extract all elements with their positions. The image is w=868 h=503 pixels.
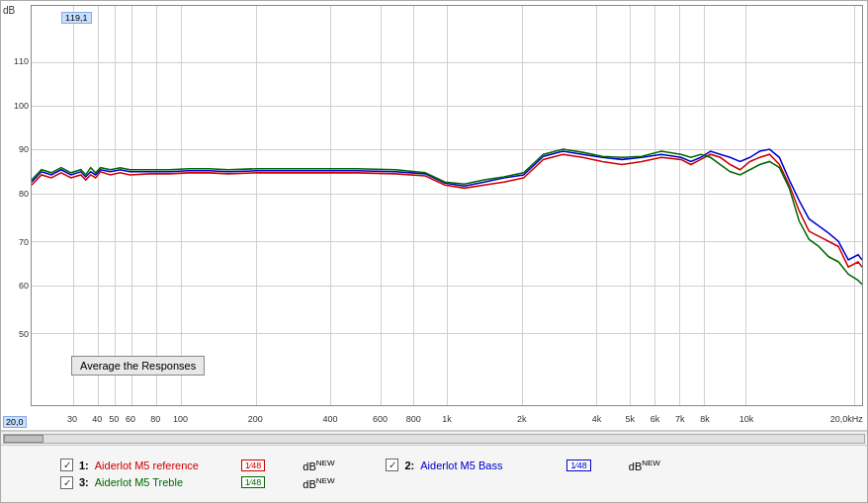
x-label-10k: 10k	[739, 414, 754, 424]
x-label-400: 400	[323, 414, 338, 424]
main-container: dB 110 100 90 80 70 60 50 119,1	[0, 0, 868, 503]
y-label-110: 110	[14, 56, 29, 66]
x-start-label: 20,0	[3, 416, 27, 428]
legend-checkbox-2[interactable]	[386, 459, 398, 471]
legend-row-1: 1: Aiderlot M5 reference 1⁄48 dBNEW 2: A…	[60, 459, 808, 472]
legend-text-2: Aiderlot M5 Bass	[420, 460, 559, 471]
legend-tag-2: 1⁄48	[566, 460, 591, 471]
chart-area: dB 110 100 90 80 70 60 50 119,1	[1, 1, 867, 431]
legend-text-3: Aiderlot M5 Treble	[95, 476, 233, 488]
y-axis: 110 100 90 80 70 60 50	[1, 5, 31, 406]
x-label-8k: 8k	[700, 414, 710, 424]
y-label-60: 60	[19, 281, 29, 291]
legend-area: 1: Aiderlot M5 reference 1⁄48 dBNEW 2: A…	[1, 445, 867, 502]
legend-db-2: dBNEW	[629, 459, 660, 472]
legend-num-2: 2:	[404, 460, 414, 471]
scrollbar-area[interactable]	[1, 431, 867, 445]
legend-text-1: Aiderlot M5 reference	[95, 460, 233, 471]
scrollbar-thumb[interactable]	[4, 435, 43, 443]
x-label-50: 50	[109, 414, 119, 424]
legend-db-1: dBNEW	[303, 459, 334, 472]
legend-tag-3: 1⁄48	[241, 476, 266, 488]
y-label-80: 80	[19, 189, 29, 199]
average-button[interactable]: Average the Responses	[71, 356, 205, 376]
x-label-100: 100	[173, 414, 188, 424]
y-label-100: 100	[14, 101, 29, 111]
legend-db-3: dBNEW	[303, 476, 334, 490]
legend-row-2: 3: Aiderlot M5 Treble 1⁄48 dBNEW	[60, 476, 808, 490]
green-curve	[32, 149, 862, 285]
x-label-7k: 7k	[675, 414, 685, 424]
scrollbar-track[interactable]	[3, 434, 865, 444]
x-label-5k: 5k	[625, 414, 635, 424]
x-label-20k: 20,0kHz	[830, 414, 863, 424]
x-label-2k: 2k	[517, 414, 527, 424]
x-label-30: 30	[67, 414, 77, 424]
x-label-40: 40	[92, 414, 102, 424]
chart-inner: 119,1	[31, 5, 863, 406]
x-label-80: 80	[150, 414, 160, 424]
legend-num-3: 3:	[79, 476, 89, 488]
x-axis: 20,0 30 40 50 60 80 100 200 400 600 800 …	[31, 408, 863, 430]
legend-checkbox-3[interactable]	[60, 476, 73, 489]
y-label-50: 50	[19, 329, 29, 339]
x-label-600: 600	[373, 414, 388, 424]
legend-tag-1: 1⁄48	[241, 460, 266, 471]
blue-curve	[32, 149, 862, 260]
y-label-90: 90	[19, 144, 29, 154]
x-label-200: 200	[248, 414, 263, 424]
y-label-70: 70	[19, 237, 29, 247]
x-label-4k: 4k	[592, 414, 602, 424]
x-label-800: 800	[406, 414, 421, 424]
x-label-1k: 1k	[442, 414, 452, 424]
x-label-6k: 6k	[651, 414, 660, 424]
legend-num-1: 1:	[79, 460, 89, 471]
chart-svg	[32, 6, 862, 405]
legend-checkbox-1[interactable]	[60, 459, 73, 471]
x-label-60: 60	[126, 414, 135, 424]
value-box: 119,1	[61, 12, 92, 24]
